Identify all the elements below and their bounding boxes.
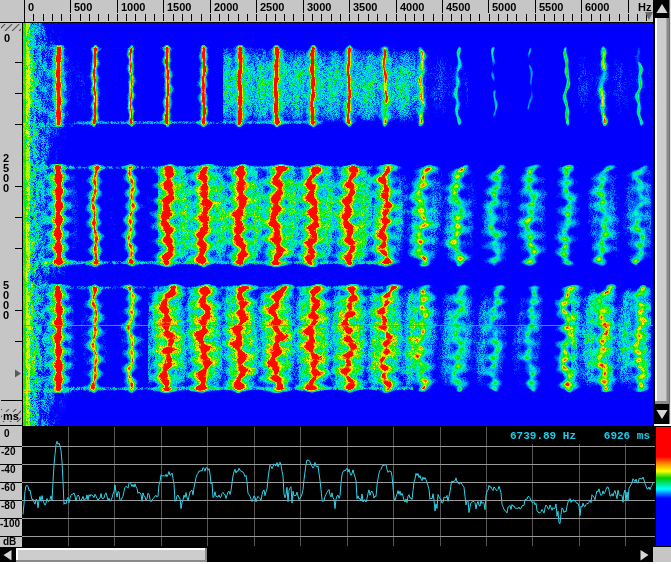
svg-text:6739.89 Hz: 6739.89 Hz (510, 430, 576, 442)
svg-text:Hz: Hz (638, 1, 652, 13)
svg-text:0: 0 (28, 1, 34, 13)
svg-text:0: 0 (4, 32, 10, 44)
svg-text:-80: -80 (1, 500, 16, 511)
svg-text:3000: 3000 (307, 1, 331, 13)
svg-text:-20: -20 (1, 446, 16, 457)
svg-text:-100: -100 (0, 518, 20, 529)
svg-text:5500: 5500 (539, 1, 563, 13)
svg-text:6926 ms: 6926 ms (604, 430, 650, 442)
svg-text:1500: 1500 (167, 1, 191, 13)
svg-text:-40: -40 (1, 464, 16, 475)
svg-text:6000: 6000 (585, 1, 609, 13)
svg-text:0: 0 (4, 428, 10, 439)
svg-text:ms: ms (3, 410, 19, 422)
svg-text:500: 500 (74, 1, 92, 13)
svg-text:4000: 4000 (400, 1, 424, 13)
svg-text:2000: 2000 (214, 1, 238, 13)
svg-text:2500: 2500 (260, 1, 284, 13)
svg-text:0: 0 (3, 309, 9, 321)
svg-text:3500: 3500 (353, 1, 377, 13)
svg-text:-60: -60 (1, 482, 16, 493)
svg-text:0: 0 (3, 182, 9, 194)
svg-text:1000: 1000 (121, 1, 145, 13)
svg-text:5000: 5000 (492, 1, 516, 13)
svg-text:dB: dB (3, 536, 16, 547)
svg-text:4500: 4500 (446, 1, 470, 13)
